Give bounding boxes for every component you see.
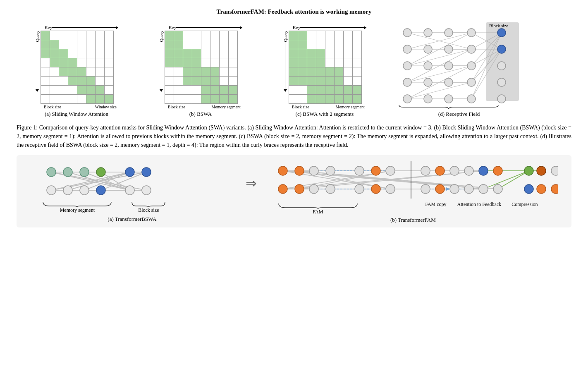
fig-b-label-left: Block size <box>168 105 185 109</box>
bottom-b-caption: (b) TransformerFAM <box>390 217 436 223</box>
svg-point-133 <box>278 184 287 194</box>
svg-point-42 <box>424 95 432 103</box>
svg-point-90 <box>63 186 72 195</box>
svg-point-38 <box>424 29 432 37</box>
grid-c <box>289 31 362 104</box>
svg-line-29 <box>471 33 502 82</box>
svg-point-33 <box>403 29 411 37</box>
svg-point-154 <box>479 166 488 175</box>
svg-point-85 <box>47 168 56 177</box>
attn-feedback-label: Attention to Feedback <box>457 201 502 208</box>
svg-point-49 <box>467 45 476 53</box>
svg-point-56 <box>497 78 506 86</box>
svg-point-89 <box>47 186 56 195</box>
svg-point-140 <box>355 184 364 194</box>
bottom-a-caption: (a) TransformerBSWA <box>108 216 156 223</box>
fig-a-label-right: Window size <box>95 105 117 109</box>
svg-point-132 <box>295 166 304 175</box>
svg-point-158 <box>524 166 533 175</box>
fig-c-caption: (c) BSWA with 2 segments <box>296 111 354 117</box>
svg-point-137 <box>309 184 318 194</box>
memory-segment-label: Memory segment <box>60 207 95 213</box>
fig-panel-a: Key Query <box>17 25 136 117</box>
svg-point-141 <box>371 166 380 175</box>
receptive-field-svg: Receptive field <box>395 22 523 109</box>
svg-point-136 <box>326 166 335 175</box>
svg-point-50 <box>467 62 476 70</box>
fig-panel-b: Key Query <box>141 25 261 117</box>
bottom-panel-b: FAM FAM copy Attention to Feedback Compr… <box>263 159 563 223</box>
svg-point-159 <box>537 166 546 175</box>
svg-line-11 <box>407 82 471 99</box>
svg-point-92 <box>96 186 105 195</box>
svg-point-52 <box>467 95 476 103</box>
fam-copy-label: FAM copy <box>425 201 446 208</box>
svg-point-135 <box>309 166 318 175</box>
svg-point-162 <box>551 166 558 175</box>
svg-point-155 <box>493 166 502 175</box>
svg-point-138 <box>326 184 335 194</box>
svg-point-146 <box>421 166 430 175</box>
svg-point-153 <box>464 184 473 194</box>
svg-point-41 <box>424 78 432 86</box>
svg-point-87 <box>80 168 89 177</box>
fig-a-caption: (a) Sliding Window Attention <box>45 111 108 117</box>
arrow-separator: ⇒ <box>246 175 257 191</box>
figures-row: Key Query <box>17 22 571 117</box>
svg-point-53 <box>497 29 506 37</box>
svg-line-8 <box>407 66 471 82</box>
svg-point-150 <box>450 166 459 175</box>
svg-point-47 <box>445 95 453 103</box>
compression-label: Compression <box>512 201 538 208</box>
svg-line-122 <box>498 171 529 189</box>
svg-point-86 <box>63 168 72 177</box>
svg-line-5 <box>407 49 471 66</box>
svg-point-134 <box>295 184 304 194</box>
svg-point-96 <box>142 186 151 195</box>
svg-point-35 <box>403 62 411 70</box>
fig-b-caption: (b) BSWA <box>189 111 212 117</box>
svg-point-57 <box>497 95 506 103</box>
svg-point-163 <box>551 184 558 194</box>
page-title: TransformerFAM: Feedback attention is wo… <box>17 8 571 18</box>
svg-point-149 <box>435 184 445 194</box>
svg-line-32 <box>471 49 502 99</box>
svg-point-40 <box>424 62 432 70</box>
svg-point-152 <box>464 166 473 175</box>
fig-a-label-left: Block size <box>44 105 61 109</box>
fam-connections-svg <box>268 159 558 201</box>
fam-label: FAM <box>313 209 323 215</box>
svg-point-156 <box>479 184 488 194</box>
svg-point-143 <box>386 166 395 175</box>
bswa-connections-svg <box>41 160 223 202</box>
brace-fam-svg <box>277 201 359 209</box>
svg-point-93 <box>125 168 134 177</box>
bottom-panel-a: Memory segment Block size (a) Transforme… <box>25 160 239 223</box>
svg-point-39 <box>424 45 432 53</box>
fig-d-caption: (d) Receptive Field <box>438 111 480 117</box>
svg-point-51 <box>467 78 476 86</box>
svg-point-91 <box>80 186 89 195</box>
svg-point-44 <box>445 45 453 53</box>
svg-point-54 <box>497 45 506 53</box>
svg-point-144 <box>386 184 395 194</box>
svg-line-31 <box>471 33 502 99</box>
svg-point-48 <box>467 29 476 37</box>
svg-point-157 <box>493 184 502 194</box>
block-size-label: Block size <box>138 207 159 213</box>
grid-a <box>41 31 114 104</box>
svg-point-161 <box>537 184 546 194</box>
svg-point-94 <box>142 168 151 177</box>
fig-b-label-right: Memory segment <box>212 105 241 109</box>
bottom-figures: Memory segment Block size (a) Transforme… <box>17 155 571 227</box>
svg-point-55 <box>497 62 506 70</box>
svg-point-147 <box>421 184 430 194</box>
svg-point-160 <box>524 184 533 194</box>
svg-point-151 <box>450 184 459 194</box>
svg-point-139 <box>355 166 364 175</box>
svg-point-148 <box>435 166 445 175</box>
fig-c-label-right: Memory segment <box>336 105 365 109</box>
grid-b <box>165 31 238 104</box>
svg-line-121 <box>483 171 529 189</box>
svg-point-95 <box>125 186 134 195</box>
